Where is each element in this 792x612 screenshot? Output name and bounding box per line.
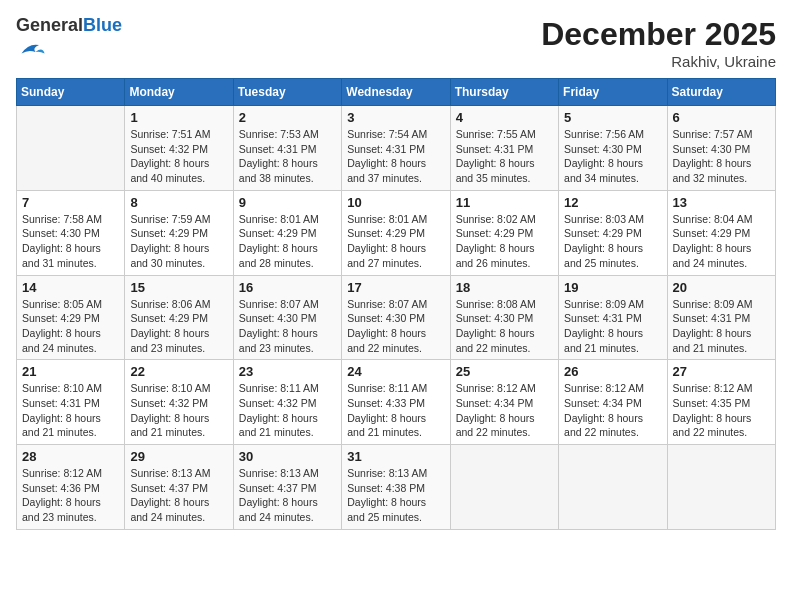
calendar-cell: 12Sunrise: 8:03 AM Sunset: 4:29 PM Dayli… [559, 190, 667, 275]
weekday-header-thursday: Thursday [450, 79, 558, 106]
calendar-week-row: 7Sunrise: 7:58 AM Sunset: 4:30 PM Daylig… [17, 190, 776, 275]
day-info: Sunrise: 8:11 AM Sunset: 4:32 PM Dayligh… [239, 381, 336, 440]
calendar-cell: 10Sunrise: 8:01 AM Sunset: 4:29 PM Dayli… [342, 190, 450, 275]
day-number: 15 [130, 280, 227, 295]
day-number: 2 [239, 110, 336, 125]
day-info: Sunrise: 8:05 AM Sunset: 4:29 PM Dayligh… [22, 297, 119, 356]
calendar-week-row: 21Sunrise: 8:10 AM Sunset: 4:31 PM Dayli… [17, 360, 776, 445]
day-number: 4 [456, 110, 553, 125]
day-number: 9 [239, 195, 336, 210]
calendar-cell: 23Sunrise: 8:11 AM Sunset: 4:32 PM Dayli… [233, 360, 341, 445]
weekday-header-sunday: Sunday [17, 79, 125, 106]
day-number: 7 [22, 195, 119, 210]
calendar-table: SundayMondayTuesdayWednesdayThursdayFrid… [16, 78, 776, 530]
calendar-cell: 18Sunrise: 8:08 AM Sunset: 4:30 PM Dayli… [450, 275, 558, 360]
logo-bird-icon [18, 36, 46, 64]
calendar-cell: 16Sunrise: 8:07 AM Sunset: 4:30 PM Dayli… [233, 275, 341, 360]
day-info: Sunrise: 8:12 AM Sunset: 4:35 PM Dayligh… [673, 381, 770, 440]
day-number: 31 [347, 449, 444, 464]
day-info: Sunrise: 7:59 AM Sunset: 4:29 PM Dayligh… [130, 212, 227, 271]
calendar-week-row: 28Sunrise: 8:12 AM Sunset: 4:36 PM Dayli… [17, 445, 776, 530]
weekday-header-monday: Monday [125, 79, 233, 106]
day-info: Sunrise: 8:09 AM Sunset: 4:31 PM Dayligh… [564, 297, 661, 356]
day-number: 17 [347, 280, 444, 295]
logo-general-text: General [16, 15, 83, 35]
weekday-header-friday: Friday [559, 79, 667, 106]
day-number: 26 [564, 364, 661, 379]
day-number: 20 [673, 280, 770, 295]
weekday-header-tuesday: Tuesday [233, 79, 341, 106]
day-number: 14 [22, 280, 119, 295]
day-info: Sunrise: 8:07 AM Sunset: 4:30 PM Dayligh… [239, 297, 336, 356]
day-number: 3 [347, 110, 444, 125]
day-info: Sunrise: 8:13 AM Sunset: 4:38 PM Dayligh… [347, 466, 444, 525]
day-info: Sunrise: 8:08 AM Sunset: 4:30 PM Dayligh… [456, 297, 553, 356]
day-info: Sunrise: 7:51 AM Sunset: 4:32 PM Dayligh… [130, 127, 227, 186]
day-number: 27 [673, 364, 770, 379]
day-number: 25 [456, 364, 553, 379]
day-number: 12 [564, 195, 661, 210]
day-number: 21 [22, 364, 119, 379]
day-number: 19 [564, 280, 661, 295]
day-info: Sunrise: 8:12 AM Sunset: 4:34 PM Dayligh… [456, 381, 553, 440]
location-subtitle: Rakhiv, Ukraine [541, 53, 776, 70]
day-info: Sunrise: 7:55 AM Sunset: 4:31 PM Dayligh… [456, 127, 553, 186]
calendar-cell [450, 445, 558, 530]
calendar-cell: 28Sunrise: 8:12 AM Sunset: 4:36 PM Dayli… [17, 445, 125, 530]
day-number: 8 [130, 195, 227, 210]
day-info: Sunrise: 8:01 AM Sunset: 4:29 PM Dayligh… [239, 212, 336, 271]
weekday-header-saturday: Saturday [667, 79, 775, 106]
calendar-week-row: 1Sunrise: 7:51 AM Sunset: 4:32 PM Daylig… [17, 106, 776, 191]
day-info: Sunrise: 8:12 AM Sunset: 4:36 PM Dayligh… [22, 466, 119, 525]
day-number: 11 [456, 195, 553, 210]
day-number: 1 [130, 110, 227, 125]
calendar-cell: 14Sunrise: 8:05 AM Sunset: 4:29 PM Dayli… [17, 275, 125, 360]
day-info: Sunrise: 7:53 AM Sunset: 4:31 PM Dayligh… [239, 127, 336, 186]
day-number: 13 [673, 195, 770, 210]
day-info: Sunrise: 8:13 AM Sunset: 4:37 PM Dayligh… [130, 466, 227, 525]
day-number: 23 [239, 364, 336, 379]
calendar-cell [17, 106, 125, 191]
calendar-cell: 3Sunrise: 7:54 AM Sunset: 4:31 PM Daylig… [342, 106, 450, 191]
day-number: 30 [239, 449, 336, 464]
calendar-cell: 9Sunrise: 8:01 AM Sunset: 4:29 PM Daylig… [233, 190, 341, 275]
calendar-cell: 19Sunrise: 8:09 AM Sunset: 4:31 PM Dayli… [559, 275, 667, 360]
day-info: Sunrise: 8:07 AM Sunset: 4:30 PM Dayligh… [347, 297, 444, 356]
day-number: 22 [130, 364, 227, 379]
calendar-cell: 6Sunrise: 7:57 AM Sunset: 4:30 PM Daylig… [667, 106, 775, 191]
day-info: Sunrise: 8:02 AM Sunset: 4:29 PM Dayligh… [456, 212, 553, 271]
day-number: 18 [456, 280, 553, 295]
calendar-cell: 20Sunrise: 8:09 AM Sunset: 4:31 PM Dayli… [667, 275, 775, 360]
day-info: Sunrise: 7:54 AM Sunset: 4:31 PM Dayligh… [347, 127, 444, 186]
calendar-cell: 27Sunrise: 8:12 AM Sunset: 4:35 PM Dayli… [667, 360, 775, 445]
day-number: 6 [673, 110, 770, 125]
weekday-header-wednesday: Wednesday [342, 79, 450, 106]
day-info: Sunrise: 7:57 AM Sunset: 4:30 PM Dayligh… [673, 127, 770, 186]
logo-blue-text: Blue [83, 15, 122, 35]
calendar-cell: 22Sunrise: 8:10 AM Sunset: 4:32 PM Dayli… [125, 360, 233, 445]
day-info: Sunrise: 8:06 AM Sunset: 4:29 PM Dayligh… [130, 297, 227, 356]
calendar-cell: 25Sunrise: 8:12 AM Sunset: 4:34 PM Dayli… [450, 360, 558, 445]
day-info: Sunrise: 8:10 AM Sunset: 4:32 PM Dayligh… [130, 381, 227, 440]
day-number: 16 [239, 280, 336, 295]
calendar-cell: 17Sunrise: 8:07 AM Sunset: 4:30 PM Dayli… [342, 275, 450, 360]
calendar-cell: 2Sunrise: 7:53 AM Sunset: 4:31 PM Daylig… [233, 106, 341, 191]
day-info: Sunrise: 8:10 AM Sunset: 4:31 PM Dayligh… [22, 381, 119, 440]
month-title: December 2025 [541, 16, 776, 53]
day-number: 5 [564, 110, 661, 125]
day-number: 28 [22, 449, 119, 464]
calendar-cell: 26Sunrise: 8:12 AM Sunset: 4:34 PM Dayli… [559, 360, 667, 445]
day-info: Sunrise: 8:13 AM Sunset: 4:37 PM Dayligh… [239, 466, 336, 525]
day-info: Sunrise: 8:04 AM Sunset: 4:29 PM Dayligh… [673, 212, 770, 271]
weekday-header-row: SundayMondayTuesdayWednesdayThursdayFrid… [17, 79, 776, 106]
calendar-cell: 7Sunrise: 7:58 AM Sunset: 4:30 PM Daylig… [17, 190, 125, 275]
calendar-cell [667, 445, 775, 530]
calendar-cell: 11Sunrise: 8:02 AM Sunset: 4:29 PM Dayli… [450, 190, 558, 275]
title-block: December 2025 Rakhiv, Ukraine [541, 16, 776, 70]
day-info: Sunrise: 8:01 AM Sunset: 4:29 PM Dayligh… [347, 212, 444, 271]
day-info: Sunrise: 7:56 AM Sunset: 4:30 PM Dayligh… [564, 127, 661, 186]
calendar-cell: 31Sunrise: 8:13 AM Sunset: 4:38 PM Dayli… [342, 445, 450, 530]
page-header: GeneralBlue December 2025 Rakhiv, Ukrain… [16, 16, 776, 70]
day-number: 29 [130, 449, 227, 464]
day-info: Sunrise: 8:12 AM Sunset: 4:34 PM Dayligh… [564, 381, 661, 440]
